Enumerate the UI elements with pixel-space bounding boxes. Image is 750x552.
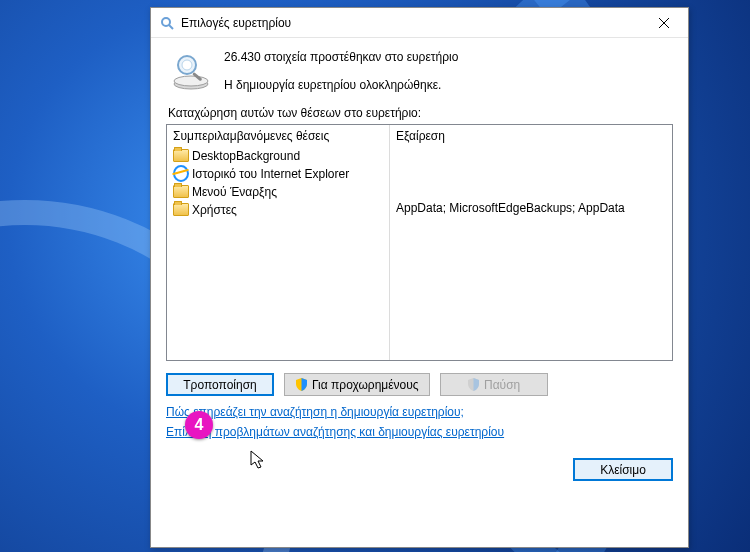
index-status-text: Η δημιουργία ευρετηρίου ολοκληρώθηκε. bbox=[224, 78, 458, 92]
shield-icon bbox=[467, 378, 480, 391]
column-header-excluded[interactable]: Εξαίρεση bbox=[396, 129, 666, 143]
folder-icon bbox=[173, 203, 189, 217]
shield-icon bbox=[295, 378, 308, 391]
exclude-cell bbox=[396, 165, 666, 182]
magnifier-drive-icon bbox=[170, 50, 212, 92]
close-button[interactable]: Κλείσιμο bbox=[573, 458, 673, 481]
list-item[interactable]: Ιστορικό του Internet Explorer bbox=[173, 165, 383, 182]
svg-line-1 bbox=[169, 25, 173, 29]
svg-point-7 bbox=[182, 60, 192, 70]
close-icon bbox=[659, 18, 669, 28]
svg-point-0 bbox=[162, 18, 170, 26]
titlebar[interactable]: Επιλογές ευρετηρίου bbox=[151, 8, 688, 38]
desktop-background: Επιλογές ευρετηρίου 26.430 στοιχεία bbox=[0, 0, 750, 552]
folder-icon bbox=[173, 185, 189, 199]
svg-point-5 bbox=[174, 76, 208, 86]
modify-button[interactable]: Τροποποίηση bbox=[166, 373, 274, 396]
pause-button: Παύση bbox=[440, 373, 548, 396]
list-item[interactable]: Χρήστες bbox=[173, 201, 383, 218]
exclude-cell bbox=[396, 147, 666, 164]
advanced-button[interactable]: Για προχωρημένους bbox=[284, 373, 430, 396]
indexing-options-dialog: Επιλογές ευρετηρίου 26.430 στοιχεία bbox=[150, 7, 689, 548]
exclude-cell bbox=[396, 183, 666, 200]
column-header-included[interactable]: Συμπεριλαμβανόμενες θέσεις bbox=[173, 129, 383, 143]
list-item-label: Ιστορικό του Internet Explorer bbox=[192, 167, 349, 181]
folder-icon bbox=[173, 149, 189, 163]
locations-label: Καταχώρηση αυτών των θέσεων στο ευρετήρι… bbox=[168, 106, 673, 120]
list-item[interactable]: Μενού Έναρξης bbox=[173, 183, 383, 200]
list-item-label: DesktopBackground bbox=[192, 149, 300, 163]
window-close-button[interactable] bbox=[641, 8, 686, 37]
step-number: 4 bbox=[195, 416, 204, 434]
ie-icon bbox=[173, 167, 189, 181]
modify-button-label: Τροποποίηση bbox=[183, 378, 256, 392]
window-title: Επιλογές ευρετηρίου bbox=[181, 16, 641, 30]
advanced-button-label: Για προχωρημένους bbox=[312, 378, 419, 392]
list-item-label: Μενού Έναρξης bbox=[192, 185, 277, 199]
close-button-label: Κλείσιμο bbox=[600, 463, 646, 477]
index-count-text: 26.430 στοιχεία προστέθηκαν στο ευρετήρι… bbox=[224, 50, 458, 64]
pause-button-label: Παύση bbox=[484, 378, 520, 392]
locations-listview[interactable]: Συμπεριλαμβανόμενες θέσεις DesktopBackgr… bbox=[166, 124, 673, 361]
status-header: 26.430 στοιχεία προστέθηκαν στο ευρετήρι… bbox=[166, 48, 673, 92]
mouse-cursor-icon bbox=[250, 450, 268, 472]
app-icon bbox=[159, 15, 175, 31]
list-item[interactable]: DesktopBackground bbox=[173, 147, 383, 164]
troubleshoot-link[interactable]: Επίλυση προβλημάτων αναζήτησης και δημιο… bbox=[166, 425, 504, 439]
exclude-cell: AppData; MicrosoftEdgeBackups; AppData bbox=[396, 201, 666, 218]
list-item-label: Χρήστες bbox=[192, 203, 237, 217]
step-callout-4: 4 bbox=[185, 411, 213, 439]
